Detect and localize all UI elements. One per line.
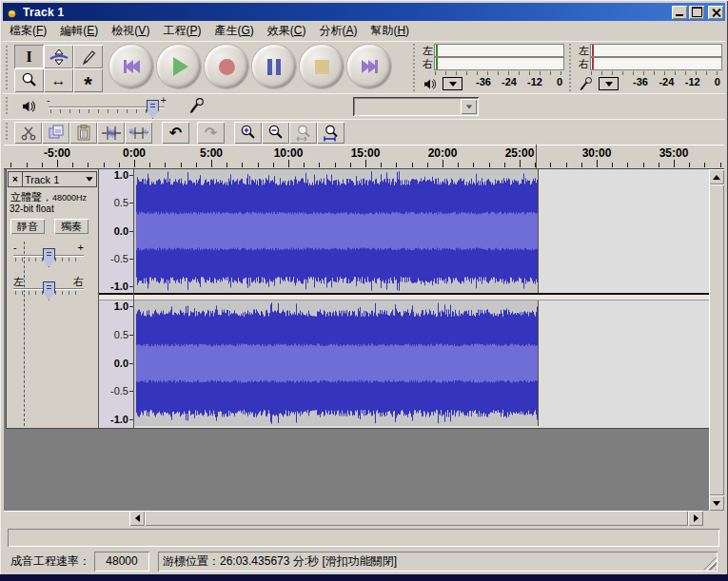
zoom-tool-icon	[21, 72, 37, 88]
fit-selection-button[interactable]	[289, 122, 317, 144]
pan-thumb[interactable]	[43, 281, 55, 300]
draw-tool-button[interactable]	[73, 45, 103, 68]
timeline-ruler[interactable]: -5:000:005:0010:0015:0020:0025:0030:0035…	[4, 145, 724, 169]
ruler-label: 10:00	[274, 146, 304, 160]
envelope-tool-button[interactable]	[44, 45, 73, 68]
arrow-down-icon	[713, 501, 720, 506]
ruler-tick	[489, 163, 490, 167]
ruler-tick	[196, 163, 197, 167]
undo-button[interactable]: ↶	[162, 122, 189, 144]
copy-button[interactable]	[42, 122, 69, 144]
fit-project-button[interactable]	[317, 122, 344, 144]
play-button[interactable]	[157, 45, 201, 88]
zoom-in-button[interactable]	[234, 122, 262, 144]
minimize-button[interactable]	[672, 6, 687, 19]
gain-slider[interactable]: - +	[11, 245, 86, 266]
close-button[interactable]	[708, 6, 723, 19]
ruler-tick	[226, 163, 227, 167]
toolbar-grip[interactable]	[6, 123, 12, 142]
ruler-tick	[288, 160, 289, 167]
output-meter-peak-line	[436, 58, 438, 69]
stop-button[interactable]	[300, 45, 344, 88]
pan-slider[interactable]: 左 右	[11, 279, 86, 300]
waveform-channel-1[interactable]	[134, 169, 710, 293]
multi-tool-button[interactable]: *	[73, 68, 103, 92]
plus-label: +	[161, 94, 167, 106]
paste-icon	[76, 125, 91, 141]
toolbar-grip[interactable]	[6, 97, 12, 116]
menu-item[interactable]: 產生(G)	[207, 21, 260, 41]
vertical-scroll-thumb[interactable]	[709, 184, 724, 495]
scroll-right-button[interactable]	[688, 511, 703, 526]
silence-selection-button[interactable]	[125, 122, 152, 144]
amplitude-tick	[129, 363, 133, 364]
vertical-ruler-column: 1.00.50.0-0.5-1.0 1.00.50.0-0.5-1.0	[99, 169, 134, 428]
ruler-tick	[720, 163, 721, 167]
cut-button[interactable]	[14, 122, 42, 144]
output-volume-thumb[interactable]	[147, 100, 159, 119]
resize-grip[interactable]	[703, 557, 717, 571]
input-source-combobox[interactable]	[353, 97, 479, 116]
project-rate-label: 成音工程速率：	[10, 553, 90, 570]
selection-tool-icon: I	[26, 48, 32, 67]
ruler-tick	[520, 160, 521, 167]
time-shift-tool-button[interactable]: ↔	[44, 68, 73, 92]
zoom-out-button[interactable]	[262, 122, 289, 144]
meter-scale-number: -36	[633, 76, 648, 87]
vertical-scrollbar[interactable]	[709, 169, 724, 511]
menu-item[interactable]: 效果(C)	[261, 21, 313, 41]
waveform-channel-2[interactable]	[134, 300, 710, 426]
horizontal-scrollbar[interactable]	[4, 511, 724, 526]
amplitude-tick	[129, 231, 133, 232]
ruler-tick	[643, 163, 644, 167]
input-meter-left-bar	[591, 45, 721, 56]
menu-item[interactable]: 幫助(H)	[364, 21, 416, 41]
amplitude-label: 0.0	[114, 358, 128, 369]
pause-button[interactable]	[252, 45, 296, 88]
menu-item[interactable]: 檢視(V)	[105, 21, 156, 41]
scroll-left-button[interactable]	[129, 511, 145, 526]
mute-button[interactable]: 靜音	[10, 219, 45, 234]
scroll-down-button[interactable]	[709, 495, 724, 511]
menu-item[interactable]: 分析(A)	[312, 21, 364, 41]
meter-grip[interactable]	[413, 44, 420, 92]
ruler-tick	[211, 160, 212, 167]
output-meter[interactable]: 左 右 -36-24-120	[413, 44, 565, 92]
menu-item[interactable]: 編輯(E)	[53, 21, 105, 41]
output-meter-scale: -36-24-120	[423, 76, 565, 91]
window-title: Track 1	[23, 6, 64, 19]
selection-tool-button[interactable]: I	[14, 45, 44, 68]
track-area: × Track 1 立體聲，48000Hz 32-bit float 靜音 獨奏…	[4, 169, 724, 511]
ruler-tick	[10, 163, 11, 167]
amplitude-label: -0.5	[110, 253, 128, 264]
ruler-label: 30:00	[582, 146, 612, 160]
menu-item[interactable]: 檔案(F)	[3, 21, 53, 41]
title-bar[interactable]: Track 1	[3, 3, 725, 21]
toolbar-grip[interactable]	[6, 46, 12, 89]
zoom-tool-button[interactable]	[14, 68, 44, 92]
ruler-tick	[612, 163, 613, 167]
meter-grip[interactable]	[569, 44, 576, 92]
menu-item[interactable]: 工程(P)	[156, 21, 207, 41]
skip-to-end-button[interactable]	[347, 45, 391, 88]
track-title-menu[interactable]: Track 1	[23, 172, 96, 186]
trim-outside-selection-button[interactable]	[97, 122, 125, 144]
maximize-button[interactable]	[689, 6, 704, 19]
skip-to-start-button[interactable]	[109, 45, 153, 88]
scroll-up-button[interactable]	[709, 169, 724, 184]
arrow-left-icon	[135, 514, 140, 522]
combobox-dropdown-button[interactable]	[461, 99, 477, 114]
input-meter[interactable]: 左 右 -36-24-120	[569, 44, 723, 92]
horizontal-scroll-thumb[interactable]	[145, 511, 688, 526]
gain-thumb[interactable]	[43, 248, 55, 267]
edit-toolbar: ↶ ↷	[3, 119, 725, 145]
redo-button[interactable]: ↷	[197, 122, 225, 144]
paste-button[interactable]	[69, 122, 97, 144]
output-volume-slider[interactable]: - +	[47, 96, 167, 119]
record-button[interactable]	[205, 45, 248, 88]
amplitude-tick	[129, 203, 133, 203]
solo-button[interactable]: 獨奏	[54, 219, 89, 234]
ruler-tick	[119, 163, 120, 167]
track-close-button[interactable]: ×	[9, 172, 23, 186]
meter-scale-number: 0	[557, 76, 562, 87]
